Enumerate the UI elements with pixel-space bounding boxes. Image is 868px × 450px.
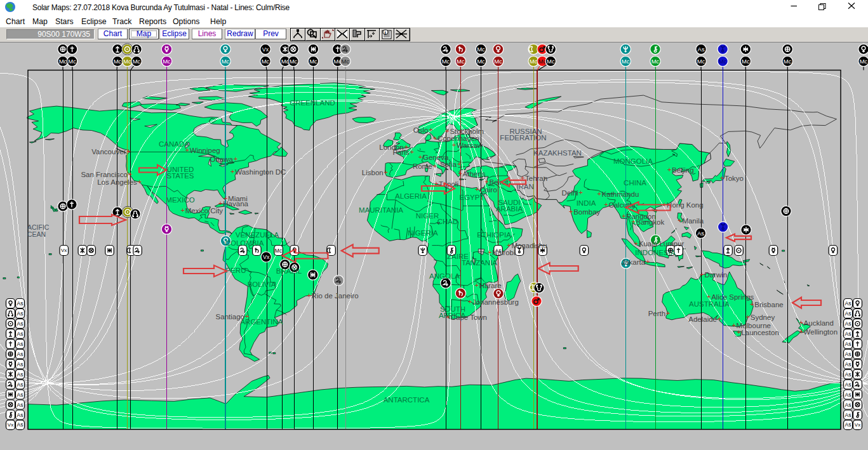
svg-text:Bombay: Bombay xyxy=(573,208,600,216)
svg-text:Tripoli: Tripoli xyxy=(439,180,458,188)
svg-text:NIGER: NIGER xyxy=(416,212,439,220)
svg-text:Mc: Mc xyxy=(494,58,502,65)
svg-text:Wellington: Wellington xyxy=(804,328,838,336)
svg-text:NIGERIA: NIGERIA xyxy=(408,229,438,237)
svg-text:+: + xyxy=(128,170,132,178)
svg-text:+: + xyxy=(218,199,222,207)
svg-text:Mogadishu: Mogadishu xyxy=(511,242,547,249)
svg-text:+: + xyxy=(799,328,803,335)
svg-text:EGYPT: EGYPT xyxy=(460,194,484,201)
svg-text:Winnipeg: Winnipeg xyxy=(190,147,220,154)
svg-text:CEAN: CEAN xyxy=(27,230,46,238)
svg-text:Mc: Mc xyxy=(309,58,317,65)
svg-text:Kathmandu: Kathmandu xyxy=(602,190,639,198)
svg-text:Los Angeles: Los Angeles xyxy=(97,178,137,186)
svg-text:+: + xyxy=(731,321,735,329)
svg-text:Lisbon: Lisbon xyxy=(362,169,384,176)
svg-text:As: As xyxy=(17,351,23,357)
svg-text:+: + xyxy=(418,153,422,161)
svg-text:Mc: Mc xyxy=(742,58,750,65)
svg-text:Rio de Janeiro: Rio de Janeiro xyxy=(312,292,359,300)
svg-text:+: + xyxy=(433,134,437,142)
svg-text:Cape Town: Cape Town xyxy=(451,314,487,321)
svg-text:Ottawa: Ottawa xyxy=(210,156,234,163)
svg-text:+: + xyxy=(746,313,750,321)
svg-text:+: + xyxy=(604,201,608,208)
svg-text:Harare: Harare xyxy=(479,282,502,289)
svg-text:+: + xyxy=(634,239,638,247)
svg-text:As: As xyxy=(845,341,851,347)
svg-text:INDONESIA: INDONESIA xyxy=(635,249,676,256)
svg-text:+: + xyxy=(750,300,754,308)
svg-text:PERU: PERU xyxy=(226,267,246,274)
svg-text:Melbourne: Melbourne xyxy=(737,322,771,329)
svg-text:MAURITANIA: MAURITANIA xyxy=(359,206,403,214)
svg-text:As: As xyxy=(17,412,23,418)
svg-text:As: As xyxy=(698,46,705,53)
svg-text:ANTARCTICA: ANTARCTICA xyxy=(384,396,430,404)
svg-text:As: As xyxy=(845,331,851,337)
svg-text:As: As xyxy=(845,371,851,378)
svg-text:+: + xyxy=(468,298,472,305)
svg-text:Santiago: Santiago xyxy=(216,313,244,321)
svg-text:As: As xyxy=(845,300,851,307)
svg-text:Delhi: Delhi xyxy=(561,189,578,197)
svg-text:Mc: Mc xyxy=(477,58,485,65)
svg-text:Johannesburg: Johannesburg xyxy=(472,298,519,306)
svg-text:+: + xyxy=(234,155,237,162)
svg-text:Cairo: Cairo xyxy=(479,186,497,194)
svg-text:As: As xyxy=(845,361,851,367)
svg-text:Beijing: Beijing xyxy=(672,166,694,174)
svg-text:Havana: Havana xyxy=(223,200,248,208)
svg-text:+: + xyxy=(707,293,711,300)
svg-text:+: + xyxy=(488,248,491,256)
svg-text:ETHIOPIA: ETHIOPIA xyxy=(477,231,511,239)
svg-text:Mc: Mc xyxy=(477,46,485,53)
svg-text:KAZAKHSTAN: KAZAKHSTAN xyxy=(533,149,582,157)
svg-text:Mc: Mc xyxy=(784,58,792,65)
svg-text:CHINA: CHINA xyxy=(624,179,646,187)
svg-text:+: + xyxy=(384,168,387,176)
svg-text:Adelaide: Adelaide xyxy=(688,315,717,323)
svg-text:+: + xyxy=(484,178,488,185)
svg-text:As: As xyxy=(17,361,23,367)
svg-text:+: + xyxy=(597,190,601,197)
svg-text:Mc: Mc xyxy=(860,58,868,65)
svg-text:+: + xyxy=(631,218,635,225)
svg-text:+: + xyxy=(578,189,582,196)
svg-text:BOLIVIA: BOLIVIA xyxy=(248,281,276,288)
svg-text:Mc: Mc xyxy=(457,58,465,65)
svg-text:Mc: Mc xyxy=(163,58,171,65)
svg-text:Mc: Mc xyxy=(547,58,555,65)
svg-text:Vancouver: Vancouver xyxy=(91,148,126,156)
svg-text:Alice Springs: Alice Springs xyxy=(711,293,754,301)
svg-text:Kuala Lumpur: Kuala Lumpur xyxy=(639,240,684,248)
svg-text:Nairobi: Nairobi xyxy=(492,249,515,256)
svg-text:Tokyo: Tokyo xyxy=(724,175,744,182)
svg-text:STATES: STATES xyxy=(166,172,194,180)
svg-text:+: + xyxy=(678,216,681,224)
svg-text:As: As xyxy=(845,402,851,408)
svg-text:Mc: Mc xyxy=(622,58,630,65)
svg-text:Auckland: Auckland xyxy=(804,319,834,327)
svg-text:Oslo: Oslo xyxy=(413,126,429,134)
svg-text:TANZANIA: TANZANIA xyxy=(462,259,497,267)
svg-text:+: + xyxy=(458,169,462,177)
svg-text:Mexico City: Mexico City xyxy=(185,207,224,215)
svg-text:Vx: Vx xyxy=(61,248,67,253)
svg-text:+: + xyxy=(126,147,130,155)
svg-text:As: As xyxy=(845,351,851,357)
svg-text:Mc: Mc xyxy=(651,58,660,65)
svg-text:Bangkok: Bangkok xyxy=(636,218,665,226)
svg-text:As: As xyxy=(17,381,23,388)
svg-text:Sofia: Sofia xyxy=(440,161,457,168)
svg-text:+: + xyxy=(622,212,625,220)
svg-text:AUSTRALIA: AUSTRALIA xyxy=(689,300,730,308)
svg-text:MONGOLIA: MONGOLIA xyxy=(613,157,653,165)
svg-text:+: + xyxy=(799,319,803,326)
svg-text:+: + xyxy=(452,141,456,149)
svg-text:VENEZUELA: VENEZUELA xyxy=(236,231,279,239)
svg-text:Brisbane: Brisbane xyxy=(754,301,783,308)
svg-text:+: + xyxy=(507,241,511,249)
svg-text:Perth: Perth xyxy=(648,310,666,317)
